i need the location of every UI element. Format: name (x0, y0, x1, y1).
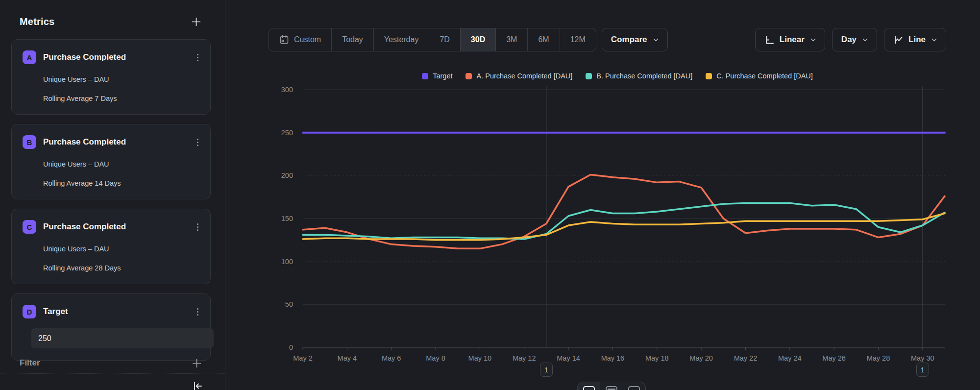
sidebar-title: Metrics (20, 16, 54, 27)
range-6m[interactable]: 6M (527, 28, 559, 51)
metric-card-c[interactable]: C Purchase Completed Unique Users – DAU … (11, 209, 211, 284)
sidebar-footer (0, 373, 225, 390)
range-today[interactable]: Today (331, 28, 373, 51)
range-3m[interactable]: 3M (495, 28, 527, 51)
target-value-input[interactable] (31, 328, 214, 348)
chart-display-controls: Linear Day Line (755, 28, 946, 51)
metric-rolling-average: Rolling Average 14 Days (43, 179, 200, 187)
collapse-sidebar-button[interactable] (193, 382, 203, 390)
svg-text:May 18: May 18 (645, 354, 669, 362)
chevron-down-icon (931, 38, 937, 42)
chevron-down-icon (862, 38, 868, 42)
svg-text:May 8: May 8 (426, 354, 445, 362)
chart-canvas[interactable]: 050100150200250300May 2May 4May 6May 8Ma… (274, 82, 960, 376)
metrics-dashboard: Metrics A Purchase Completed Unique User… (0, 0, 980, 390)
kebab-icon (197, 223, 198, 225)
svg-text:May 22: May 22 (734, 354, 758, 362)
filter-label: Filter (20, 358, 40, 368)
legend-swatch (422, 73, 428, 79)
legend-item[interactable]: B. Purchase Completed [DAU] (586, 72, 692, 80)
svg-text:May 4: May 4 (338, 354, 357, 362)
grid-panel-icon (628, 386, 640, 390)
chevron-down-icon (810, 38, 816, 42)
layout-split-button[interactable] (600, 382, 622, 390)
range-yesterday[interactable]: Yesterday (373, 28, 429, 51)
range-7d[interactable]: 7D (429, 28, 460, 51)
scale-dropdown[interactable]: Linear (755, 28, 825, 51)
metric-options-button[interactable] (195, 221, 200, 233)
svg-text:May 24: May 24 (778, 354, 802, 362)
metric-options-button[interactable] (195, 137, 200, 148)
linear-axis-icon (764, 35, 775, 45)
add-filter-button[interactable] (192, 358, 202, 368)
metric-measurement: Unique Users – DAU (43, 75, 200, 83)
range-12m[interactable]: 12M (560, 28, 596, 51)
layout-single-button[interactable] (578, 382, 600, 390)
chart-toolbar: Custom Today Yesterday 7D 30D 3M 6M 12M … (269, 28, 980, 51)
svg-text:150: 150 (281, 215, 293, 222)
metric-badge-b: B (23, 135, 36, 149)
metric-measurement: Unique Users – DAU (43, 245, 200, 253)
annotation-badge[interactable]: 1 (540, 363, 553, 377)
metric-options-button[interactable] (195, 306, 200, 317)
sidebar-header: Metrics (0, 0, 225, 27)
metric-title: Purchase Completed (43, 137, 195, 147)
chart-panel: Custom Today Yesterday 7D 30D 3M 6M 12M … (226, 0, 980, 390)
legend-swatch (466, 73, 472, 79)
add-metric-button[interactable] (191, 17, 201, 27)
svg-text:100: 100 (281, 258, 293, 266)
granularity-dropdown[interactable]: Day (832, 28, 877, 51)
metric-title: Target (43, 307, 195, 317)
calendar-icon (279, 35, 289, 45)
metric-card-b[interactable]: B Purchase Completed Unique Users – DAU … (11, 124, 211, 199)
metric-badge-c: C (23, 220, 36, 234)
range-custom[interactable]: Custom (269, 28, 331, 51)
metric-options-button[interactable] (195, 52, 200, 63)
metric-rolling-average: Rolling Average 7 Days (43, 95, 200, 102)
chevron-down-icon (653, 38, 659, 42)
split-panel-icon (606, 386, 617, 390)
range-30d[interactable]: 30D (460, 28, 495, 51)
svg-text:May 26: May 26 (822, 354, 846, 362)
metric-card-a[interactable]: A Purchase Completed Unique Users – DAU … (11, 39, 211, 115)
svg-text:50: 50 (285, 300, 293, 308)
svg-text:May 30: May 30 (911, 354, 934, 362)
legend-swatch (706, 73, 712, 79)
svg-text:May 14: May 14 (557, 354, 580, 362)
svg-text:May 20: May 20 (689, 354, 713, 362)
legend-label: C. Purchase Completed [DAU] (716, 72, 813, 80)
chart-legend: TargetA. Purchase Completed [DAU]B. Purc… (274, 72, 960, 80)
legend-item[interactable]: C. Purchase Completed [DAU] (706, 72, 813, 80)
metric-card-list: A Purchase Completed Unique Users – DAU … (11, 39, 211, 370)
metric-card-target[interactable]: D Target (11, 293, 211, 361)
legend-label: A. Purchase Completed [DAU] (476, 72, 572, 80)
metrics-sidebar: Metrics A Purchase Completed Unique User… (0, 0, 225, 390)
plus-icon (192, 358, 202, 368)
svg-text:300: 300 (281, 86, 293, 94)
date-range-control: Custom Today Yesterday 7D 30D 3M 6M 12M (269, 28, 596, 51)
chart-layout-toggle (577, 382, 646, 390)
legend-item[interactable]: A. Purchase Completed [DAU] (466, 72, 572, 80)
svg-text:May 12: May 12 (513, 354, 536, 362)
layout-grid-button[interactable] (623, 382, 645, 390)
svg-text:May 16: May 16 (601, 354, 625, 362)
kebab-icon (197, 54, 198, 55)
kebab-icon (197, 308, 198, 310)
metric-badge-a: A (23, 50, 36, 64)
compare-dropdown[interactable]: Compare (602, 28, 668, 51)
svg-text:200: 200 (281, 171, 293, 179)
chart-type-dropdown[interactable]: Line (884, 28, 946, 51)
legend-item[interactable]: Target (422, 72, 452, 80)
svg-text:May 10: May 10 (468, 354, 492, 362)
metric-measurement: Unique Users – DAU (43, 160, 200, 168)
metric-title: Purchase Completed (43, 52, 195, 62)
plus-icon (191, 17, 201, 27)
svg-text:May 28: May 28 (867, 354, 890, 362)
filter-section: Filter (0, 356, 225, 370)
legend-label: Target (433, 72, 452, 80)
single-panel-icon (583, 386, 595, 390)
metric-badge-d: D (23, 305, 36, 318)
legend-label: B. Purchase Completed [DAU] (596, 72, 692, 80)
svg-text:May 2: May 2 (293, 354, 313, 362)
annotation-badge[interactable]: 1 (916, 363, 929, 377)
